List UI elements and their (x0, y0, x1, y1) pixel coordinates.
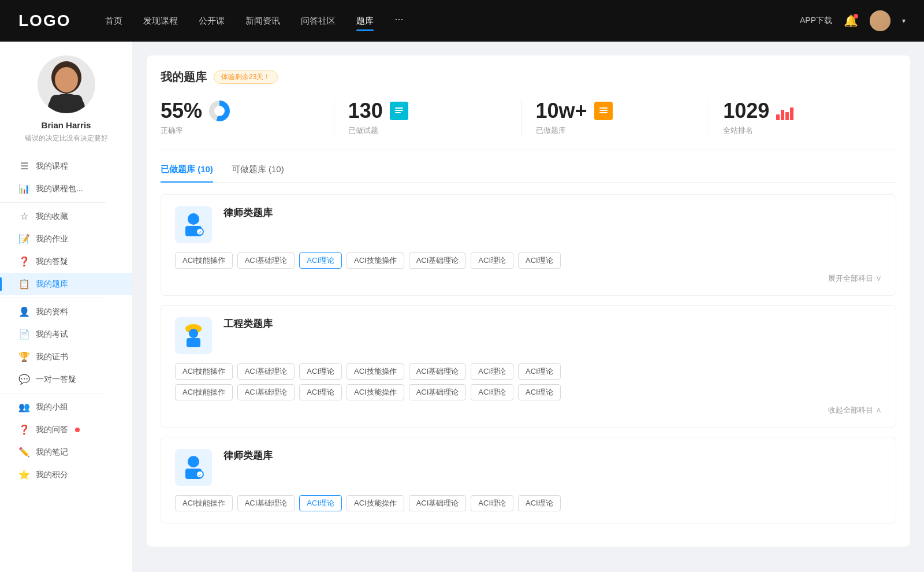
navbar-right: APP下载 🔔 ▾ (800, 10, 906, 31)
tag-3-1[interactable]: ACI技能操作 (175, 495, 233, 511)
sidebar-item-label: 我的课程 (36, 161, 68, 172)
qa-icon: ❓ (18, 256, 30, 267)
sidebar-item-questions[interactable]: ❓ 我的问答 (0, 418, 132, 441)
tag-2-8[interactable]: ACI技能操作 (175, 384, 233, 400)
tag-2-4[interactable]: ACI技能操作 (346, 363, 404, 380)
sidebar-item-favorites[interactable]: ☆ 我的收藏 (0, 205, 132, 228)
sidebar-item-cert[interactable]: 🏆 我的证书 (0, 346, 132, 368)
tag-1-6[interactable]: ACI理论 (471, 252, 513, 269)
nav-qa[interactable]: 问答社区 (301, 13, 336, 29)
sidebar-item-points[interactable]: ⭐ 我的积分 (0, 463, 132, 486)
nav-home[interactable]: 首页 (105, 13, 122, 29)
tag-2-9[interactable]: ACI基础理论 (237, 384, 295, 400)
course-pkg-icon: 📊 (18, 183, 30, 194)
tag-1-4[interactable]: ACI技能操作 (346, 252, 404, 269)
sidebar-item-label: 我的收藏 (36, 211, 68, 222)
tag-1-3[interactable]: ACI理论 (299, 252, 342, 269)
sidebar-item-homework[interactable]: 📝 我的作业 (0, 228, 132, 250)
tag-3-4[interactable]: ACI技能操作 (346, 495, 404, 511)
tag-2-11[interactable]: ACI技能操作 (346, 384, 404, 400)
logo: LOGO (18, 12, 70, 30)
tag-2-10[interactable]: ACI理论 (299, 384, 342, 400)
tag-2-7[interactable]: ACI理论 (518, 363, 561, 380)
user-name: Brian Harris (42, 120, 91, 130)
tag-2-2[interactable]: ACI基础理论 (237, 363, 295, 380)
tag-1-7[interactable]: ACI理论 (518, 252, 561, 269)
sidebar-item-label: 我的小组 (36, 402, 68, 413)
svg-rect-9 (599, 110, 608, 111)
tag-3-6[interactable]: ACI理论 (471, 495, 513, 511)
bar-chart-icon (776, 102, 795, 120)
svg-rect-5 (395, 107, 403, 109)
nav-qbank[interactable]: 题库 (356, 13, 374, 29)
sidebar-divider-2 (0, 298, 106, 298)
sidebar-item-qbank[interactable]: 📋 我的题库 (0, 273, 132, 295)
tab-available[interactable]: 可做题库 (10) (232, 164, 284, 182)
qbank-item-3: ✓ 律师类题库 ACI技能操作 ACI基础理论 ACI理论 ACI技能操作 AC… (161, 437, 896, 523)
sidebar-item-label: 我的资料 (36, 307, 68, 317)
sidebar-item-qa[interactable]: ❓ 我的答疑 (0, 250, 132, 273)
sidebar-item-group[interactable]: 👥 我的小组 (0, 396, 132, 418)
sidebar-item-label: 我的证书 (36, 352, 68, 362)
list-teal-icon (390, 102, 408, 120)
stat-top: 130 (348, 99, 408, 123)
tag-2-13[interactable]: ACI理论 (471, 384, 513, 400)
qbank-tags-2-row1: ACI技能操作 ACI基础理论 ACI理论 ACI技能操作 ACI基础理论 AC… (175, 363, 882, 380)
qbank-header-2: 工程类题库 (175, 317, 882, 354)
expand-btn-1[interactable]: 展开全部科目 ∨ (175, 273, 882, 284)
tag-2-14[interactable]: ACI理论 (518, 384, 561, 400)
nav-news[interactable]: 新闻资讯 (245, 13, 280, 29)
tag-3-3[interactable]: ACI理论 (299, 495, 342, 511)
tag-2-5[interactable]: ACI基础理论 (409, 363, 467, 380)
nav-discover[interactable]: 发现课程 (143, 13, 178, 29)
tag-2-3[interactable]: ACI理论 (299, 363, 342, 380)
bar1 (776, 114, 780, 120)
collapse-btn-2[interactable]: 收起全部科目 ∧ (175, 405, 882, 415)
tag-3-2[interactable]: ACI基础理论 (237, 495, 295, 511)
lawyer-svg-3: ✓ (180, 454, 207, 481)
svg-text:✓: ✓ (198, 230, 202, 235)
sidebar-item-notes[interactable]: ✏️ 我的笔记 (0, 441, 132, 463)
sidebar-item-exam[interactable]: 📄 我的考试 (0, 323, 132, 346)
tag-1-5[interactable]: ACI基础理论 (409, 252, 467, 269)
notification-bell[interactable]: 🔔 (844, 14, 858, 28)
questions-icon: ❓ (18, 424, 30, 435)
tag-3-5[interactable]: ACI基础理论 (409, 495, 467, 511)
sidebar-item-1on1[interactable]: 💬 一对一答疑 (0, 368, 132, 391)
sidebar-item-course[interactable]: ☰ 我的课程 (0, 155, 132, 177)
tag-2-12[interactable]: ACI基础理论 (409, 384, 467, 400)
qbank-info-1: 律师类题库 (223, 206, 273, 220)
sidebar-item-label: 我的课程包... (36, 184, 83, 194)
user-avatar (38, 55, 95, 113)
bar3 (785, 112, 789, 120)
layout: Brian Harris 错误的决定比没有决定要好 ☰ 我的课程 📊 我的课程包… (0, 42, 924, 572)
svg-rect-19 (187, 338, 200, 347)
tag-1-2[interactable]: ACI基础理论 (237, 252, 295, 269)
stat-value-rank: 1029 (723, 99, 769, 123)
tab-list: 已做题库 (10) 可做题库 (10) (161, 164, 896, 183)
exam-icon: 📄 (18, 329, 30, 340)
qbank-info-3: 律师类题库 (223, 449, 273, 462)
favorites-icon: ☆ (18, 211, 30, 222)
engineer-svg (180, 322, 207, 350)
tag-2-1[interactable]: ACI技能操作 (175, 363, 233, 380)
main-card: 我的题库 体验剩余23天！ 55% 正确率 130 (147, 55, 910, 547)
trial-badge: 体验剩余23天！ (214, 70, 278, 84)
qbank-tags-3: ACI技能操作 ACI基础理论 ACI理论 ACI技能操作 ACI基础理论 AC… (175, 495, 882, 511)
avatar-chevron-icon[interactable]: ▾ (902, 17, 906, 25)
tag-1-1[interactable]: ACI技能操作 (175, 252, 233, 269)
avatar-image (870, 10, 891, 31)
avatar[interactable] (870, 10, 891, 31)
tab-done[interactable]: 已做题库 (10) (161, 164, 213, 182)
nav-more[interactable]: ··· (394, 13, 403, 29)
stat-questions: 130 已做试题 (348, 99, 522, 136)
sidebar-divider-1 (0, 202, 106, 203)
bar2 (781, 110, 784, 120)
app-download-button[interactable]: APP下载 (800, 16, 832, 26)
sidebar-item-label: 我的问答 (36, 425, 68, 435)
tag-3-7[interactable]: ACI理论 (518, 495, 561, 511)
nav-opencourse[interactable]: 公开课 (199, 13, 225, 29)
sidebar-item-profile[interactable]: 👤 我的资料 (0, 300, 132, 323)
tag-2-6[interactable]: ACI理论 (471, 363, 513, 380)
sidebar-item-course-pkg[interactable]: 📊 我的课程包... (0, 177, 132, 200)
